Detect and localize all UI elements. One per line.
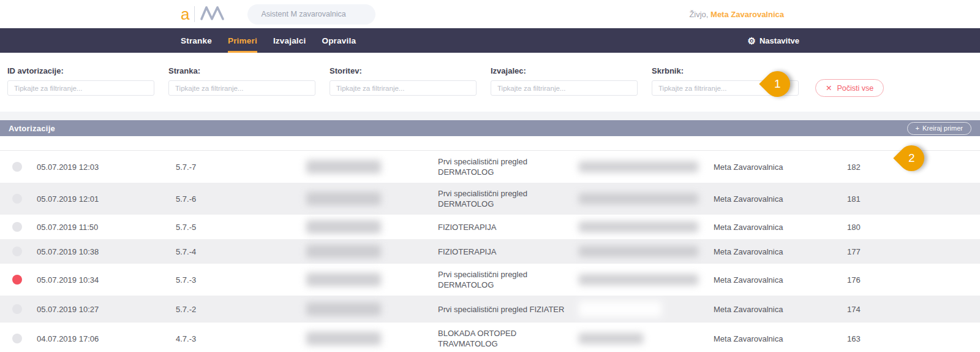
nav-tab[interactable]: Primeri (228, 28, 257, 53)
create-case-label: Kreiraj primer (922, 124, 963, 132)
cell-skrbnik: Meta Zavarovalnica (714, 194, 847, 204)
izvajalec-redacted (579, 274, 698, 285)
nav-tab[interactable]: Izvajalci (273, 28, 306, 53)
status-dot (12, 304, 22, 314)
filter-field: ID avtorizacije: (7, 66, 154, 96)
cell-storitev: BLOKADA ORTOPED TRAVMATOLOG (438, 328, 565, 349)
izvajalec-redacted (579, 301, 662, 317)
cell-id: 5.7.-5 (176, 222, 306, 232)
filter-panel: ID avtorizacije: Stranka: Storitev: Izva… (0, 53, 980, 112)
filter-label: ID avtorizacije: (7, 66, 154, 75)
authorizations-section: Avtorizacije + Kreiraj primer 05.07.2019… (0, 120, 980, 352)
izvajalec-redacted (579, 221, 698, 232)
filter-fields: ID avtorizacije: Stranka: Storitev: Izva… (7, 66, 799, 96)
stranka-redacted (306, 160, 381, 174)
table-row[interactable]: 05.07.2019 10:34 5.7.-3 Prvi specialisti… (0, 264, 980, 296)
section-titlebar: Avtorizacije + Kreiraj primer (0, 120, 980, 136)
status-dot (12, 194, 22, 204)
assistant-pill[interactable]: Asistent M zavarovalnica (247, 4, 375, 25)
cell-primer: 174 (847, 304, 980, 315)
cell-id: 5.7.-2 (176, 304, 306, 315)
top-header: a Asistent M zavarovalnica Živjo, Meta Z… (0, 0, 980, 28)
clear-all-button[interactable]: ✕ Počisti vse (815, 79, 884, 97)
app-logo: a (181, 5, 225, 23)
cell-storitev: Prvi specialistični pregled DERMATOLOG (438, 188, 565, 209)
izvajalec-redacted (579, 193, 698, 204)
page: a Asistent M zavarovalnica Živjo, Meta Z… (0, 0, 980, 352)
logo-letter-a: a (181, 6, 189, 22)
cell-izvajalec (579, 274, 714, 285)
cell-izvajalec (579, 161, 714, 172)
stranka-redacted (306, 332, 381, 345)
nav-tab[interactable]: Opravila (322, 28, 356, 53)
cell-primer: 176 (847, 275, 980, 285)
user-greeting: Živjo, Meta Zavarovalnica (689, 10, 799, 19)
cell-primer: 163 (847, 334, 980, 344)
logo-divider (194, 6, 195, 22)
logo-m-wave-icon (200, 5, 225, 23)
cell-id: 5.7.-3 (176, 275, 306, 285)
section-title: Avtorizacije (9, 124, 55, 133)
cell-primer: 177 (847, 247, 980, 257)
filter-label: Izvajalec: (491, 66, 638, 75)
filter-input[interactable] (330, 80, 477, 96)
cell-skrbnik: Meta Zavarovalnica (714, 275, 847, 285)
cell-skrbnik: Meta Zavarovalnica (714, 222, 847, 232)
plus-icon: + (916, 124, 919, 132)
izvajalec-redacted (579, 246, 698, 257)
filter-label: Storitev: (330, 66, 477, 75)
filter-input[interactable] (7, 80, 154, 96)
nav-tabs: StrankePrimeriIzvajalciOpravila (181, 28, 356, 53)
status-dot (12, 334, 22, 343)
cell-id: 5.7.-7 (176, 162, 306, 172)
status-dot (12, 275, 22, 285)
cell-datum: 05.07.2019 10:27 (37, 304, 176, 315)
status-dot (12, 162, 22, 172)
nav-settings[interactable]: ⚙ Nastavitve (748, 28, 800, 53)
cell-primer: 180 (847, 222, 980, 232)
cell-storitev: Prvi specialistični pregled DERMATOLOG (438, 269, 565, 290)
table-row[interactable]: 05.07.2019 12:03 5.7.-7 Prvi specialisti… (0, 151, 980, 183)
clear-all-label: Počisti vse (837, 84, 873, 93)
table-row[interactable]: 05.07.2019 11:50 5.7.-5 FIZIOTERAPIJA Me… (0, 215, 980, 239)
create-case-button[interactable]: + Kreiraj primer (907, 122, 971, 135)
cell-id: 5.7.-4 (176, 247, 306, 257)
cell-stranka (306, 273, 438, 286)
cell-skrbnik: Meta Zavarovalnica (714, 304, 847, 315)
cell-datum: 04.07.2019 17:06 (37, 334, 176, 344)
cell-izvajalec (579, 193, 714, 204)
cell-stranka (306, 160, 438, 174)
filter-field: Storitev: (330, 66, 477, 96)
table-row[interactable]: 05.07.2019 10:27 5.7.-2 Prvi specialisti… (0, 296, 980, 323)
nav-tab[interactable]: Stranke (181, 28, 212, 53)
cell-izvajalec (579, 246, 714, 257)
filter-input[interactable] (168, 80, 315, 96)
cell-storitev: Prvi specialistični pregled DERMATOLOG (438, 156, 565, 177)
stranka-redacted (306, 273, 381, 286)
filter-field: Stranka: (168, 66, 315, 96)
table-body: 05.07.2019 12:03 5.7.-7 Prvi specialisti… (0, 151, 980, 352)
main-nav: StrankePrimeriIzvajalciOpravila ⚙ Nastav… (0, 28, 980, 53)
stranka-redacted (306, 220, 381, 234)
cell-izvajalec (579, 301, 714, 317)
greeting-username[interactable]: Meta Zavarovalnica (710, 10, 784, 19)
table-row[interactable]: 04.07.2019 17:06 4.7.-3 BLOKADA ORTOPED … (0, 323, 980, 352)
table-row[interactable]: 05.07.2019 12:01 5.7.-6 Prvi specialisti… (0, 183, 980, 215)
cell-datum: 05.07.2019 11:50 (37, 222, 176, 232)
cell-stranka (306, 332, 438, 345)
izvajalec-redacted (579, 161, 698, 172)
status-dot (12, 247, 22, 256)
cell-datum: 05.07.2019 12:01 (37, 194, 176, 204)
cell-skrbnik: Meta Zavarovalnica (714, 334, 847, 344)
cell-id: 5.7.-6 (176, 194, 306, 204)
table-header-row (0, 136, 980, 151)
cell-primer: 181 (847, 194, 980, 204)
cell-storitev: Prvi specialistični pregled FIZIATER (438, 304, 565, 315)
filter-field: Izvajalec: (491, 66, 638, 96)
filter-input[interactable] (491, 80, 638, 96)
cell-izvajalec (579, 221, 714, 232)
cell-stranka (306, 192, 438, 205)
table-row[interactable]: 05.07.2019 10:38 5.7.-4 FIZIOTERAPIJA Me… (0, 239, 980, 264)
cell-id: 4.7.-3 (176, 334, 306, 344)
cell-skrbnik: Meta Zavarovalnica (714, 247, 847, 257)
